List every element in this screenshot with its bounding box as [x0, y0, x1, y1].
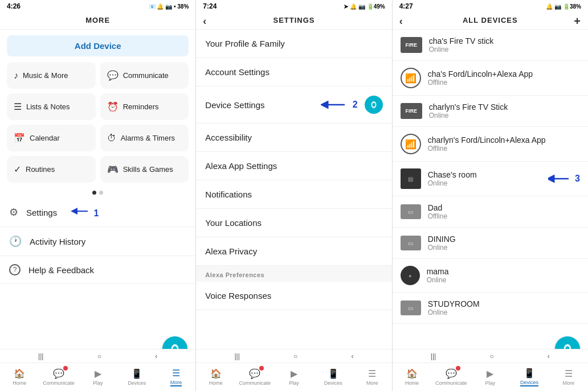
settings-account[interactable]: Account Settings [196, 58, 391, 87]
android-btn-back-2[interactable]: ‹ [352, 352, 354, 360]
communicate-icon: 💬 [107, 70, 119, 81]
nav-communicate-2[interactable]: 💬 Communicate [235, 363, 275, 391]
status-bar-2: 7:24 ➤ 🔔 📷 🔋49% [196, 0, 391, 13]
add-device-plus-button[interactable]: + [574, 14, 581, 27]
device-name-2: charlyn's Fire TV Stick [429, 102, 580, 112]
annotation-number-1: 1 [93, 208, 99, 218]
nav-home-label-2: Home [209, 380, 223, 386]
settings-privacy[interactable]: Alexa Privacy [196, 237, 391, 266]
android-btn-home-3[interactable]: ○ [489, 352, 493, 360]
settings-device[interactable]: Device Settings 2 [196, 87, 391, 124]
nav-home-2[interactable]: 🏠 Home [196, 363, 235, 391]
device-item-7[interactable]: ● mama Online [393, 259, 588, 293]
devices-nav-icon-1: 📱 [131, 368, 142, 379]
android-btn-home-2[interactable]: ○ [293, 352, 297, 360]
grid-item-music[interactable]: ♪ Music & More [7, 62, 96, 89]
settings-accessibility[interactable]: Accessibility [196, 124, 391, 152]
nav-communicate-3[interactable]: 💬 Communicate [431, 363, 471, 391]
account-label: Account Settings [205, 67, 270, 77]
communicate-nav-icon-2: 💬 [249, 368, 260, 379]
play-nav-icon-2: ▶ [291, 368, 297, 379]
devices-nav-icon-2: 📱 [328, 368, 339, 379]
grid-item-calendar[interactable]: 📅 Calendar [7, 125, 96, 151]
device-name-1: cha's Ford/Lincoln+Alexa App [428, 69, 580, 79]
settings-list: Your Profile & Family Account Settings D… [196, 30, 391, 391]
nav-play-label-2: Play [289, 380, 299, 386]
device-item-4[interactable]: ▤ Chase's room Online 3 [393, 162, 588, 196]
nav-play-1[interactable]: ▶ Play [78, 363, 117, 391]
activity-label: Activity History [30, 237, 85, 246]
firetv-label-0: FIRE [405, 42, 417, 48]
alexa-circle-2 [365, 96, 383, 114]
more-nav-icon-1: ☰ [172, 368, 180, 378]
nav-play-3[interactable]: ▶ Play [471, 363, 510, 391]
android-btn-menu-2[interactable]: ||| [234, 352, 239, 360]
grid-item-lists[interactable]: ☰ Lists & Notes [7, 93, 96, 120]
android-btn-back-3[interactable]: ‹ [548, 352, 550, 360]
settings-voice[interactable]: Voice Responses [196, 282, 391, 310]
nav-more-1[interactable]: ☰ More [157, 363, 196, 391]
panel-settings: 7:24 ➤ 🔔 📷 🔋49% ‹ SETTINGS Your Profile … [196, 0, 392, 391]
settings-locations[interactable]: Your Locations [196, 209, 391, 237]
nav-more-3[interactable]: ☰ More [549, 363, 588, 391]
device-item-1[interactable]: 📶 cha's Ford/Lincoln+Alexa App Offline [393, 61, 588, 96]
time-2: 7:24 [203, 2, 217, 10]
echo-icon-6: ▭ [401, 236, 421, 250]
device-status-5: Offline [428, 212, 580, 220]
grid-item-calendar-label: Calendar [30, 134, 60, 142]
device-item-5[interactable]: ▭ Dad Offline [393, 196, 588, 228]
alexa-preferences-section: Alexa Preferences [196, 266, 391, 282]
annotation-arrow-3 [548, 174, 572, 184]
echo-lines: ▤ [408, 176, 413, 182]
header-devices: ‹ ALL DEVICES + [393, 13, 588, 30]
nav-home-label-3: Home [405, 380, 419, 386]
device-item-3[interactable]: 📶 charlyn's Ford/Lincoln+Alexa App Offli… [393, 127, 588, 162]
nav-more-2[interactable]: ☰ More [353, 363, 392, 391]
back-button-3[interactable]: ‹ [399, 15, 403, 27]
android-nav-2: ||| ○ ‹ [196, 349, 391, 363]
list-item-settings[interactable]: ⚙ Settings 1 [0, 198, 195, 227]
nav-devices-3[interactable]: 📱 Devices [510, 363, 549, 391]
status-bar-3: 4:27 🔔 📷 🔋38% [393, 0, 588, 13]
android-btn-back[interactable]: ‹ [155, 352, 157, 360]
grid-item-lists-label: Lists & Notes [26, 102, 70, 111]
play-nav-icon-3: ▶ [487, 368, 493, 379]
status-icons-3: 🔔 📷 🔋38% [546, 3, 581, 10]
device-info-3: charlyn's Ford/Lincoln+Alexa App Offline [428, 135, 580, 153]
grid-item-routines[interactable]: ✓ Routines [7, 156, 96, 183]
list-item-activity[interactable]: 🕐 Activity History [0, 227, 195, 256]
grid-item-reminders[interactable]: ⏰ Reminders [100, 93, 189, 120]
device-item-0[interactable]: FIRE cha's Fire TV stick Online [393, 30, 588, 61]
android-btn-menu[interactable]: ||| [38, 352, 43, 360]
device-item-2[interactable]: FIRE charlyn's Fire TV Stick Online [393, 96, 588, 127]
nav-devices-1[interactable]: 📱 Devices [117, 363, 157, 391]
grid-item-skills[interactable]: 🎮 Skills & Games [100, 156, 189, 183]
back-button-2[interactable]: ‹ [203, 15, 207, 27]
firetv-icon-0: FIRE [401, 37, 422, 53]
settings-label: Settings [26, 208, 57, 217]
grid-item-alarms[interactable]: ⏱ Alarms & Timers [100, 125, 189, 151]
nav-communicate-1[interactable]: 💬 Communicate [39, 363, 79, 391]
android-btn-menu-3[interactable]: ||| [431, 352, 436, 360]
locations-label: Your Locations [205, 218, 262, 228]
add-device-button[interactable]: Add Device [7, 35, 189, 56]
echo-small-6: ▭ [408, 240, 413, 246]
device-info-5: Dad Offline [428, 203, 580, 220]
grid-item-communicate[interactable]: 💬 Communicate [100, 62, 189, 89]
nav-home-1[interactable]: 🏠 Home [0, 363, 39, 391]
android-nav-3: ||| ○ ‹ [393, 349, 588, 363]
home-nav-icon-2: 🏠 [210, 368, 222, 379]
more-nav-icon-2: ☰ [368, 368, 376, 379]
nav-devices-label-1: Devices [128, 380, 146, 386]
annotation-number-3: 3 [575, 174, 580, 184]
device-item-6[interactable]: ▭ DINING Online [393, 228, 588, 259]
device-item-8[interactable]: ▭ STUDYROOM Online [393, 293, 588, 324]
settings-notifications[interactable]: Notifications [196, 180, 391, 209]
settings-alexa-app[interactable]: Alexa App Settings [196, 152, 391, 180]
nav-home-3[interactable]: 🏠 Home [393, 363, 432, 391]
nav-play-2[interactable]: ▶ Play [275, 363, 314, 391]
nav-devices-2[interactable]: 📱 Devices [313, 363, 353, 391]
list-item-help[interactable]: ? Help & Feedback [0, 256, 195, 284]
android-btn-home[interactable]: ○ [97, 352, 101, 360]
settings-profile[interactable]: Your Profile & Family [196, 30, 391, 58]
